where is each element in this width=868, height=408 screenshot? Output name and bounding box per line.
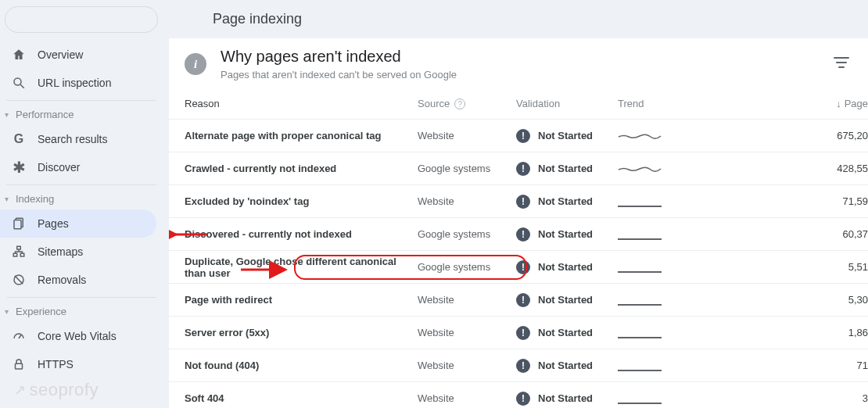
cell-pages: 5,30 xyxy=(702,294,868,306)
sidebar-item-label: Removals xyxy=(38,274,86,286)
sidebar: OverviewURL inspection▾PerformanceGSearc… xyxy=(0,0,163,408)
cell-trend xyxy=(618,262,702,273)
sidebar-item-pages[interactable]: Pages xyxy=(0,209,156,238)
cell-reason: Alternate page with proper canonical tag xyxy=(169,130,418,141)
chevron-down-icon: ▾ xyxy=(5,307,14,316)
sidebar-item-sitemaps[interactable]: Sitemaps xyxy=(0,238,156,266)
cell-source: Website xyxy=(418,294,516,306)
table-row[interactable]: Excluded by 'noindex' tagWebsite!Not Sta… xyxy=(169,185,868,218)
cell-trend xyxy=(618,131,702,141)
search-icon xyxy=(11,75,27,91)
svg-line-1 xyxy=(20,84,24,88)
cell-reason: Excluded by 'noindex' tag xyxy=(169,195,418,207)
sidebar-item-cwv[interactable]: Core Web Vitals xyxy=(0,322,156,350)
sidebar-item-removals[interactable]: Removals xyxy=(0,266,156,294)
sidebar-item-label: URL inspection xyxy=(38,77,111,89)
cell-reason: Discovered - currently not indexed xyxy=(169,228,418,240)
watermark-icon: ↗ xyxy=(14,381,27,399)
col-validation[interactable]: Validation xyxy=(516,98,618,109)
cell-pages: 71 xyxy=(702,360,868,371)
chevron-down-icon: ▾ xyxy=(5,195,14,203)
col-pages[interactable]: ↓Page xyxy=(702,98,868,109)
cell-trend xyxy=(618,393,702,404)
section-head-indexing[interactable]: ▾Indexing xyxy=(0,188,163,209)
status-badge-icon: ! xyxy=(516,293,530,307)
home-icon xyxy=(11,47,27,63)
svg-rect-4 xyxy=(17,246,21,249)
svg-rect-6 xyxy=(20,253,24,256)
trend-sparkline xyxy=(618,196,662,207)
cell-trend xyxy=(618,327,702,338)
svg-line-8 xyxy=(15,276,23,285)
sidebar-item-label: Pages xyxy=(38,217,69,230)
sidebar-item-label: HTTPS xyxy=(38,358,74,370)
trend-sparkline xyxy=(618,393,662,404)
sitemap-icon xyxy=(11,244,27,259)
sidebar-item-label: Search results xyxy=(38,133,107,145)
table-row[interactable]: Page with redirectWebsite!Not Started5,3… xyxy=(169,284,868,317)
panel-subtitle: Pages that aren't indexed can't be serve… xyxy=(221,69,457,81)
page-title: Page indexing xyxy=(163,0,868,38)
divider xyxy=(6,297,156,298)
cell-trend xyxy=(618,295,702,306)
trend-sparkline xyxy=(618,327,662,338)
table-row[interactable]: Alternate page with proper canonical tag… xyxy=(169,120,868,152)
status-badge-icon: ! xyxy=(516,162,530,176)
cell-validation: !Not Started xyxy=(516,392,618,406)
main: Page indexing i Why pages aren't indexed… xyxy=(163,0,868,408)
filter-icon[interactable] xyxy=(834,56,852,73)
indexing-panel: i Why pages aren't indexed Pages that ar… xyxy=(169,38,868,408)
table-row[interactable]: Soft 404Website!Not Started3 xyxy=(169,382,868,408)
sidebar-item-overview[interactable]: Overview xyxy=(0,41,156,69)
cell-pages: 5,51 xyxy=(702,261,868,273)
sidebar-item-search_results[interactable]: GSearch results xyxy=(0,125,156,153)
sidebar-item-discover[interactable]: ✱Discover xyxy=(0,153,156,181)
trend-sparkline xyxy=(618,262,662,273)
lock-icon xyxy=(11,356,27,372)
status-badge-icon: ! xyxy=(516,392,530,406)
trend-sparkline xyxy=(618,360,662,371)
svg-rect-5 xyxy=(13,253,17,256)
sidebar-item-url_inspection[interactable]: URL inspection xyxy=(0,69,156,97)
cell-reason: Server error (5xx) xyxy=(169,327,418,338)
g-icon: G xyxy=(11,131,27,147)
divider xyxy=(6,184,156,185)
cell-source: Website xyxy=(418,195,516,207)
cell-source: Website xyxy=(418,392,516,404)
cell-validation: !Not Started xyxy=(516,359,618,373)
cell-validation: !Not Started xyxy=(516,195,618,209)
table-header: Reason Source? Validation Trend ↓Page xyxy=(169,88,868,120)
table-row[interactable]: Duplicate, Google chose different canoni… xyxy=(169,251,868,284)
cell-validation: !Not Started xyxy=(516,293,618,307)
cell-source: Google systems xyxy=(418,163,516,174)
col-trend[interactable]: Trend xyxy=(618,98,702,109)
section-head-experience[interactable]: ▾Experience xyxy=(0,301,163,322)
cell-trend xyxy=(618,360,702,371)
cell-reason: Crawled - currently not indexed xyxy=(169,163,418,174)
removals-icon xyxy=(11,272,27,288)
table-row[interactable]: Not found (404)Website!Not Started71 xyxy=(169,349,868,382)
cell-source: Website xyxy=(418,360,516,371)
search-input[interactable] xyxy=(5,6,158,33)
help-icon[interactable]: ? xyxy=(454,98,465,109)
cell-reason: Page with redirect xyxy=(169,294,418,306)
svg-rect-10 xyxy=(16,363,23,369)
cell-source: Google systems xyxy=(418,261,516,273)
col-source[interactable]: Source? xyxy=(418,98,516,110)
cell-reason: Soft 404 xyxy=(169,392,418,404)
col-reason[interactable]: Reason xyxy=(169,98,418,109)
cell-reason: Not found (404) xyxy=(169,360,418,371)
table-row[interactable]: Discovered - currently not indexedGoogle… xyxy=(169,218,868,251)
section-head-performance[interactable]: ▾Performance xyxy=(0,104,163,125)
sidebar-item-label: Overview xyxy=(38,48,83,61)
divider xyxy=(6,100,156,101)
pages-icon xyxy=(11,216,27,231)
sidebar-item-https[interactable]: HTTPS xyxy=(0,350,156,378)
status-badge-icon: ! xyxy=(516,195,530,209)
table-row[interactable]: Crawled - currently not indexedGoogle sy… xyxy=(169,152,868,185)
table-row[interactable]: Server error (5xx)Website!Not Started1,8… xyxy=(169,317,868,349)
cell-pages: 675,20 xyxy=(702,130,868,141)
cell-pages: 428,55 xyxy=(702,163,868,174)
cell-pages: 1,86 xyxy=(702,327,868,338)
cell-validation: !Not Started xyxy=(516,227,618,242)
